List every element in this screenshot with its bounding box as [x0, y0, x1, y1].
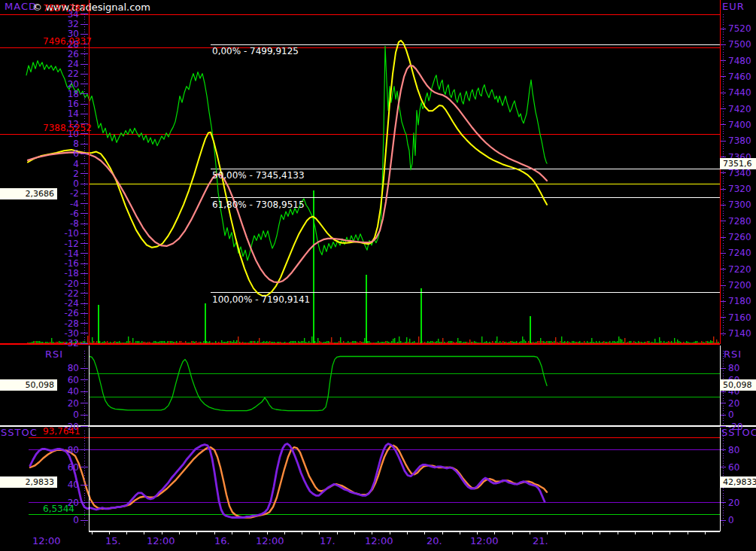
- volume-bar: [590, 342, 591, 343]
- volume-bar: [641, 342, 642, 343]
- volume-bar: [403, 342, 404, 343]
- volume-bar: [551, 341, 551, 343]
- volume-bar: [275, 342, 276, 343]
- volume-bar: [27, 342, 28, 343]
- volume-bar: [134, 342, 135, 343]
- eur-axis-tick-label: 7280: [728, 216, 751, 227]
- volume-bar: [566, 342, 566, 343]
- sstoc-axis-tick-label: 0: [728, 515, 734, 525]
- stoch-d-line: [30, 446, 547, 518]
- volume-bar: [475, 342, 476, 343]
- volume-bar: [518, 342, 518, 343]
- eur-axis-tick-label: 7200: [728, 280, 751, 291]
- volume-bar: [453, 342, 454, 343]
- volume-bar: [536, 342, 536, 343]
- volume-bar: [289, 342, 290, 343]
- volume-bar: [376, 342, 377, 343]
- volume-bar: [701, 341, 702, 343]
- volume-bar: [326, 341, 327, 343]
- volume-bar: [206, 341, 207, 343]
- volume-bar: [179, 341, 180, 343]
- volume-bar: [345, 342, 345, 343]
- volume-bar: [339, 341, 339, 343]
- volume-bar: [660, 341, 661, 343]
- volume-bar: [48, 342, 49, 343]
- volume-bar: [235, 342, 235, 343]
- eur-axis-tick-label: 7300: [728, 199, 751, 210]
- volume-bar: [253, 341, 254, 343]
- volume-bar: [614, 341, 615, 343]
- volume-bar: [378, 341, 378, 343]
- volume-bar: [405, 342, 405, 343]
- volume-bar: [591, 338, 592, 343]
- volume-bar: [569, 342, 569, 343]
- rsi-axis-tick-label: 0: [73, 409, 79, 420]
- time-axis-label: 20.: [427, 535, 442, 546]
- volume-bar: [671, 341, 672, 343]
- volume-bar: [397, 342, 398, 343]
- volume-bar: [316, 342, 317, 343]
- volume-bar: [111, 342, 112, 343]
- volume-bar: [469, 339, 470, 343]
- volume-bar: [584, 341, 584, 343]
- volume-bar: [465, 342, 466, 343]
- volume-bar: [185, 341, 186, 343]
- fib-label-0: 0,00% - 7499,9125: [212, 47, 299, 56]
- volume-bar: [41, 342, 41, 343]
- volume-bar: [36, 341, 37, 343]
- volume-bar: [713, 336, 714, 343]
- volume-bar: [548, 341, 548, 343]
- macd-axis-tick-label: -28: [64, 318, 79, 329]
- volume-bar: [217, 342, 217, 343]
- volume-bar: [311, 336, 312, 343]
- volume-bar: [38, 341, 38, 343]
- volume-bar: [486, 341, 487, 343]
- macd-axis-tick-label: -8: [70, 218, 79, 229]
- macd-axis-tick-label: -10: [64, 228, 79, 239]
- volume-bar: [506, 342, 506, 343]
- volume-bar: [656, 342, 657, 343]
- volume-bar: [659, 337, 660, 343]
- volume-bar: [144, 342, 145, 343]
- volume-bar: [408, 342, 408, 343]
- volume-bar: [140, 342, 141, 343]
- rsi-axis-tick-label: 40: [68, 386, 79, 397]
- volume-bar: [193, 341, 193, 343]
- volume-bar: [162, 341, 163, 343]
- volume-bar: [436, 341, 437, 343]
- volume-bar: [354, 341, 354, 343]
- time-axis-label: 12:00: [256, 535, 284, 546]
- volume-bar: [381, 342, 381, 343]
- volume-bar: [218, 342, 219, 343]
- volume-bar: [676, 342, 676, 343]
- sstoc-axis-tick-label: 60: [728, 462, 739, 473]
- volume-bar: [351, 342, 351, 343]
- volume-bar: [662, 342, 663, 343]
- volume-bar: [220, 342, 220, 343]
- volume-bar: [493, 342, 494, 343]
- volume-bar: [45, 342, 46, 343]
- macd-axis-tick-label: 0: [73, 178, 79, 189]
- volume-bar: [686, 341, 687, 343]
- volume-bar: [120, 342, 121, 343]
- volume-bar: [606, 342, 607, 343]
- volume-bar: [51, 338, 52, 343]
- volume-bar: [648, 341, 649, 343]
- volume-bar: [682, 342, 682, 343]
- volume-bar: [669, 342, 670, 343]
- chart-canvas[interactable]: 3432302826242220181614121086420-2-4-6-8-…: [0, 0, 756, 551]
- volume-bar: [576, 342, 577, 343]
- volume-bar: [552, 342, 553, 343]
- volume-bar: [692, 342, 693, 343]
- volume-bar: [212, 342, 213, 343]
- volume-bar: [712, 341, 712, 343]
- volume-bar: [47, 342, 47, 343]
- sstoc-current-value-label-left: 2,9833: [0, 476, 57, 488]
- rsi-scale-label-right: RSI: [724, 349, 742, 359]
- volume-bar: [269, 341, 270, 343]
- volume-bar: [317, 338, 318, 343]
- volume-bar: [618, 336, 619, 343]
- volume-bar: [131, 342, 132, 343]
- volume-bar: [355, 341, 356, 343]
- volume-bar: [688, 342, 688, 343]
